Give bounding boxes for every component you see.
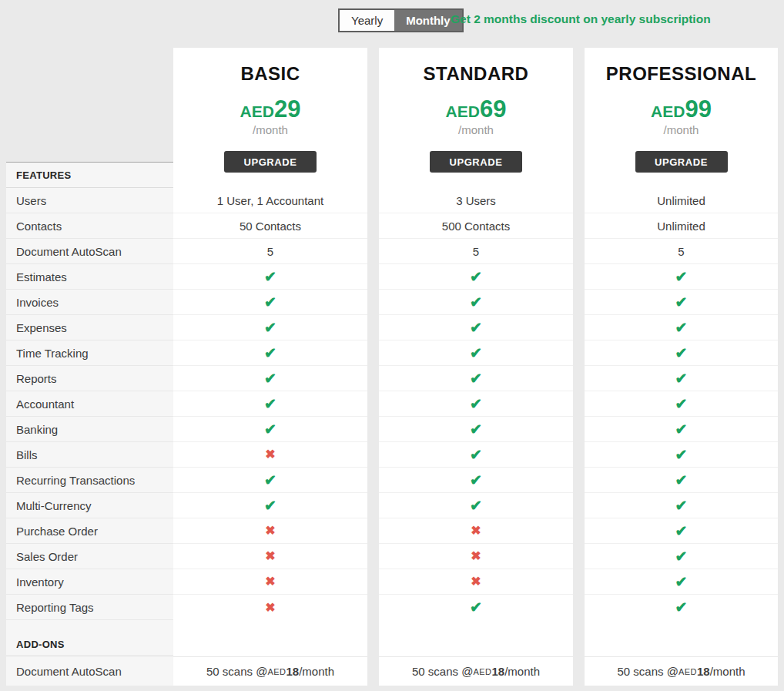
plan-value-row: ✖ <box>379 518 573 544</box>
feature-label: Purchase Order <box>6 518 173 544</box>
price-period: /month <box>585 124 778 136</box>
feature-label: Document AutoScan <box>6 239 173 264</box>
features-list: UsersContactsDocument AutoScanEstimatesI… <box>6 188 173 620</box>
addon-period: /month <box>299 665 334 678</box>
addon-amount: 18 <box>286 665 300 678</box>
plan-value-row: 5 <box>379 239 573 264</box>
check-icon: ✔ <box>264 397 276 411</box>
plan-value-row: ✔ <box>379 366 573 391</box>
check-icon: ✔ <box>470 600 482 615</box>
check-icon: ✔ <box>470 397 482 411</box>
plan-value-row: 500 Contacts <box>379 213 573 239</box>
plan-value-row: ✖ <box>173 569 367 595</box>
check-icon: ✔ <box>470 270 482 284</box>
plan-value-row: ✔ <box>173 468 367 493</box>
feature-label: Bills <box>6 442 173 468</box>
check-icon: ✔ <box>264 371 276 386</box>
plan-value-row: 5 <box>585 239 778 264</box>
plan-cell-text: 5 <box>473 245 479 258</box>
plan-column-professional: PROFESSIONAL AED99 /month UPGRADE Unlimi… <box>585 48 778 686</box>
check-icon: ✔ <box>264 270 276 284</box>
addon-period: /month <box>504 665 540 678</box>
feature-label: Recurring Transactions <box>6 468 173 493</box>
plan-value-row: ✔ <box>173 315 367 340</box>
feature-label: Banking <box>6 417 173 442</box>
feature-label: Inventory <box>6 569 173 595</box>
plan-value-row: ✔ <box>379 417 573 442</box>
check-icon: ✔ <box>470 422 482 437</box>
plan-value-row: ✔ <box>585 468 778 493</box>
check-icon: ✔ <box>470 320 482 335</box>
check-icon: ✔ <box>675 575 688 589</box>
plan-cell-text: 3 Users <box>456 194 496 207</box>
plan-value-row: ✔ <box>173 290 367 315</box>
check-icon: ✔ <box>264 498 276 513</box>
pricing-page: Yearly Monthly Get 2 months discount on … <box>0 0 784 691</box>
price-currency: AED <box>240 102 274 120</box>
plan-title: BASIC <box>173 63 367 85</box>
check-icon: ✔ <box>675 320 688 335</box>
check-icon: ✔ <box>470 473 482 488</box>
feature-label: Contacts <box>6 213 173 239</box>
feature-label: Accountant <box>6 391 173 417</box>
feature-label: Time Tracking <box>6 340 173 366</box>
check-icon: ✔ <box>470 498 482 513</box>
feature-label: Reporting Tags <box>6 595 173 620</box>
check-icon: ✔ <box>675 346 688 361</box>
plan-value-row: ✔ <box>379 493 573 518</box>
feature-label: Multi-Currency <box>6 493 173 518</box>
plan-value-row: ✔ <box>173 264 367 290</box>
check-icon: ✔ <box>675 371 688 386</box>
check-icon: ✔ <box>675 295 688 310</box>
check-icon: ✔ <box>675 448 688 462</box>
price-amount: 29 <box>274 96 300 122</box>
upgrade-button[interactable]: UPGRADE <box>224 151 317 173</box>
check-icon: ✔ <box>675 397 688 411</box>
upgrade-button[interactable]: UPGRADE <box>430 151 522 173</box>
check-icon: ✔ <box>470 371 482 386</box>
plan-value-row: ✔ <box>173 340 367 366</box>
addon-period: /month <box>710 665 745 678</box>
check-icon: ✔ <box>675 600 688 615</box>
addon-prefix: 50 scans @ <box>412 665 473 678</box>
plan-value-row: ✔ <box>379 315 573 340</box>
plan-value-row: ✖ <box>173 442 367 468</box>
addon-amount: 18 <box>697 665 710 678</box>
plan-value-row: ✔ <box>585 290 778 315</box>
addons-header: ADD-ONS <box>6 632 173 656</box>
upgrade-button[interactable]: UPGRADE <box>635 151 728 173</box>
price-amount: 99 <box>685 96 711 122</box>
toggle-yearly-button[interactable]: Yearly <box>340 10 394 31</box>
plan-value-row: ✔ <box>585 442 778 468</box>
price-currency: AED <box>651 102 685 120</box>
feature-label: Expenses <box>6 315 173 340</box>
cross-icon: ✖ <box>265 448 275 461</box>
addon-amount: 18 <box>492 665 505 678</box>
plan-values: UnlimitedUnlimited5✔✔✔✔✔✔✔✔✔✔✔✔✔✔ <box>585 188 778 620</box>
plan-value-row: ✖ <box>173 518 367 544</box>
plan-title: STANDARD <box>379 63 573 85</box>
plan-value-row: 1 User, 1 Accountant <box>173 188 367 213</box>
check-icon: ✔ <box>470 448 482 462</box>
plan-price: AED69 /month <box>379 97 573 136</box>
plan-cell-text: Unlimited <box>657 220 705 233</box>
check-icon: ✔ <box>470 295 482 310</box>
plan-value-row: ✔ <box>585 340 778 366</box>
check-icon: ✔ <box>264 346 276 361</box>
plan-value-row: ✔ <box>585 518 778 544</box>
plan-column-standard: STANDARD AED69 /month UPGRADE 3 Users500… <box>379 48 573 686</box>
plan-value-row: ✔ <box>585 264 778 290</box>
features-panel: FEATURES UsersContactsDocument AutoScanE… <box>6 162 173 686</box>
plan-value-row: ✔ <box>585 391 778 417</box>
check-icon: ✔ <box>675 270 688 284</box>
plan-value-row: ✔ <box>173 417 367 442</box>
cross-icon: ✖ <box>471 525 481 537</box>
plan-addon-value: 50 scans @ AED18/month <box>585 656 778 686</box>
plan-cell-text: 5 <box>678 245 684 258</box>
check-icon: ✔ <box>675 524 688 538</box>
plan-cell-text: 500 Contacts <box>442 220 510 233</box>
feature-label: Estimates <box>6 264 173 290</box>
plan-addon-value: 50 scans @ AED18/month <box>379 656 573 686</box>
plan-value-row: ✔ <box>585 569 778 595</box>
addon-prefix: 50 scans @ <box>617 665 678 678</box>
